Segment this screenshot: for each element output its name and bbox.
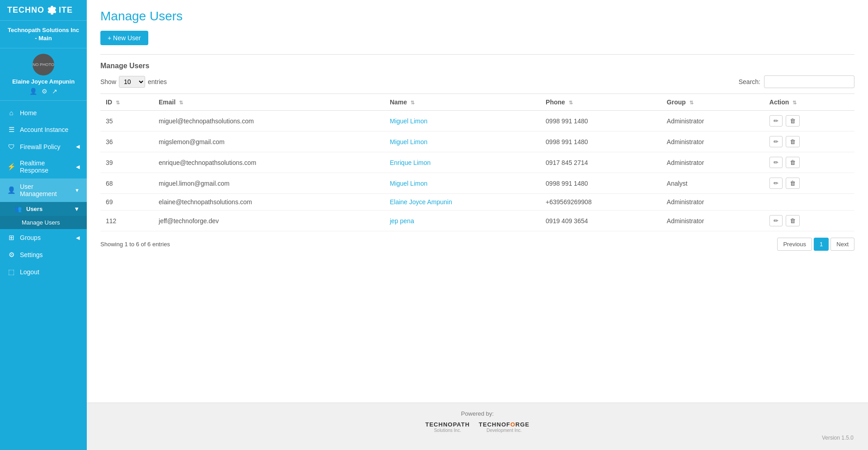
user-name-link[interactable]: jep pena: [390, 217, 414, 225]
user-profile-icon[interactable]: 👤: [29, 88, 37, 95]
sidebar-item-home[interactable]: ⌂ Home: [0, 104, 87, 121]
table-row: 36 migslemon@gmail.com Miguel Limon 0998…: [100, 131, 854, 152]
company-name: Technopath Solutions Inc - Main: [0, 21, 87, 48]
sidebar-item-user-management[interactable]: 👤 User Management ▼: [0, 178, 87, 202]
cell-action: ✏ 🗑: [764, 131, 854, 152]
sidebar-item-logout[interactable]: ⬚ Logout: [0, 263, 87, 281]
cell-email: miguel@technopathsolutions.com: [153, 111, 384, 131]
cell-phone: 0917 845 2714: [540, 152, 661, 173]
sidebar-item-settings-label: Settings: [20, 251, 43, 258]
cell-phone: +639569269908: [540, 194, 661, 211]
sidebar-item-settings[interactable]: ⚙ Settings: [0, 246, 87, 263]
cell-id: 39: [100, 152, 153, 173]
user-name-link[interactable]: Miguel Limon: [390, 117, 427, 125]
cell-name: Enrique Limon: [384, 152, 540, 173]
new-user-button[interactable]: + New User: [100, 31, 148, 45]
technopath-sub: Solutions Inc.: [425, 428, 470, 433]
home-icon: ⌂: [7, 109, 15, 117]
logo-text: TECHNO: [7, 5, 44, 15]
technoforge-logo-text: TECHNOFORGE: [479, 421, 529, 428]
user-share-icon[interactable]: ↗: [52, 88, 57, 95]
user-name-link[interactable]: Miguel Limon: [390, 138, 427, 145]
edit-button[interactable]: ✏: [769, 215, 783, 226]
divider: [100, 54, 854, 55]
delete-button[interactable]: 🗑: [786, 115, 800, 127]
table-header: ID ⇅ Email ⇅ Name ⇅ Phone ⇅ Group ⇅ Acti…: [100, 94, 854, 111]
user-profile: NO PHOTO Elaine Joyce Ampunin 👤 ⚙ ↗: [0, 48, 87, 101]
action-sort-icon[interactable]: ⇅: [793, 100, 797, 105]
col-header-id: ID ⇅: [100, 94, 153, 111]
previous-button[interactable]: Previous: [777, 238, 812, 251]
delete-button[interactable]: 🗑: [786, 157, 800, 168]
user-management-arrow-icon: ▼: [75, 188, 80, 193]
sidebar-item-account-instance[interactable]: ☰ Account Instance: [0, 121, 87, 138]
col-header-action: Action ⇅: [764, 94, 854, 111]
logout-icon: ⬚: [7, 268, 15, 276]
cell-email: miguel.limon@gmail.com: [153, 173, 384, 194]
sidebar-item-groups-label: Groups: [20, 234, 41, 241]
edit-button[interactable]: ✏: [769, 115, 783, 127]
cell-name: Elaine Joyce Ampunin: [384, 194, 540, 211]
sidebar: TECHNO ITE Technopath Solutions Inc - Ma…: [0, 0, 87, 450]
user-name-link[interactable]: Enrique Limon: [390, 159, 430, 166]
edit-button[interactable]: ✏: [769, 157, 783, 168]
showing-text: Showing 1 to 6 of 6 entries: [100, 241, 170, 248]
sidebar-item-realtime-response[interactable]: ⚡ Realtime Response ◀: [0, 155, 87, 178]
search-input[interactable]: [764, 75, 854, 88]
cell-action: ✏ 🗑: [764, 152, 854, 173]
technoforge-sub: Development Inc.: [479, 428, 529, 433]
settings-icon: ⚙: [7, 251, 15, 259]
groups-arrow-icon: ◀: [76, 235, 80, 241]
cell-email: jeff@technoforge.dev: [153, 211, 384, 231]
groups-icon: ⊞: [7, 234, 15, 242]
cell-action: ✏ 🗑: [764, 173, 854, 194]
account-instance-icon: ☰: [7, 126, 15, 134]
sidebar-item-manage-users[interactable]: Manage Users: [0, 216, 87, 229]
cell-name: Miguel Limon: [384, 173, 540, 194]
cell-id: 36: [100, 131, 153, 152]
search-label: Search:: [739, 78, 760, 85]
delete-button[interactable]: 🗑: [786, 136, 800, 147]
cell-id: 68: [100, 173, 153, 194]
technopath-logo-text: TECHNOPATH: [425, 421, 470, 428]
cell-group: Administrator: [661, 211, 764, 231]
cell-email: elaine@technopathsolutions.com: [153, 194, 384, 211]
user-name-link[interactable]: Miguel Limon: [390, 180, 427, 187]
page-1-button[interactable]: 1: [814, 238, 829, 251]
main-content: Manage Users + New User Manage Users Sho…: [87, 0, 868, 450]
table-row: 112 jeff@technoforge.dev jep pena 0919 4…: [100, 211, 854, 231]
table-row: 35 miguel@technopathsolutions.com Miguel…: [100, 111, 854, 131]
email-sort-icon[interactable]: ⇅: [179, 100, 183, 105]
delete-button[interactable]: 🗑: [786, 215, 800, 226]
cell-action: ✏ 🗑: [764, 211, 854, 231]
search-area: Search:: [739, 75, 854, 88]
user-settings-icon[interactable]: ⚙: [42, 88, 47, 95]
id-sort-icon[interactable]: ⇅: [116, 100, 120, 105]
gear-icon: [47, 6, 56, 15]
phone-sort-icon[interactable]: ⇅: [569, 100, 573, 105]
sidebar-item-firewall-policy[interactable]: 🛡 Firewall Policy ◀: [0, 138, 87, 155]
avatar: NO PHOTO: [33, 54, 54, 75]
user-name-link[interactable]: Elaine Joyce Ampunin: [390, 198, 452, 206]
technopath-logo: TECHNOPATH Solutions Inc.: [425, 421, 470, 433]
table-section-title: Manage Users: [100, 62, 854, 70]
cell-group: Administrator: [661, 111, 764, 131]
cell-email: migslemon@gmail.com: [153, 131, 384, 152]
next-button[interactable]: Next: [830, 238, 854, 251]
name-sort-icon[interactable]: ⇅: [410, 100, 415, 105]
sidebar-item-users-label: Users: [26, 206, 42, 212]
powered-by-text: Powered by:: [94, 410, 861, 417]
delete-button[interactable]: 🗑: [786, 178, 800, 189]
sidebar-item-firewall-label: Firewall Policy: [20, 143, 60, 150]
edit-button[interactable]: ✏: [769, 136, 783, 147]
app-logo: TECHNO ITE: [0, 0, 87, 21]
edit-button[interactable]: ✏: [769, 178, 783, 189]
cell-phone: 0998 991 1480: [540, 173, 661, 194]
group-sort-icon[interactable]: ⇅: [689, 100, 693, 105]
sidebar-item-groups[interactable]: ⊞ Groups ◀: [0, 229, 87, 246]
cell-phone: 0998 991 1480: [540, 131, 661, 152]
entries-select[interactable]: 10 25 50 100: [119, 76, 145, 88]
sidebar-navigation: ⌂ Home ☰ Account Instance 🛡 Firewall Pol…: [0, 101, 87, 450]
cell-phone: 0919 409 3654: [540, 211, 661, 231]
sidebar-item-users[interactable]: 👥 Users ▼: [0, 202, 87, 216]
